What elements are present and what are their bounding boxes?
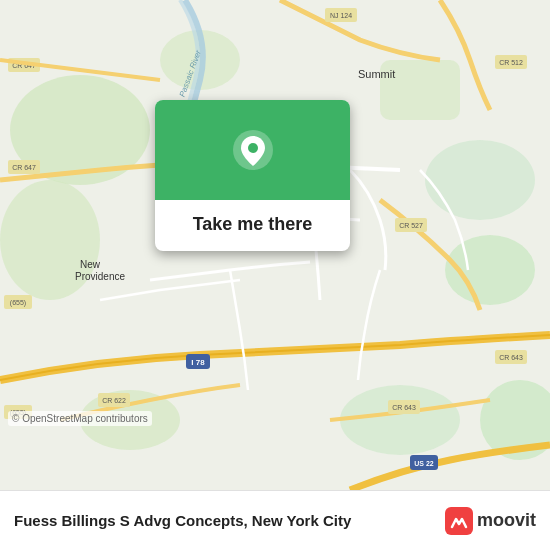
map-container: Passaic River I 78 US 22 CR 512 CR 527 C… (0, 0, 550, 490)
svg-text:(655): (655) (10, 299, 26, 307)
svg-text:CR 527: CR 527 (399, 222, 423, 229)
map-copyright: © OpenStreetMap contributors (8, 411, 152, 426)
svg-text:CR 622: CR 622 (102, 397, 126, 404)
svg-text:New: New (80, 259, 101, 270)
popup-button-area: Take me there (155, 200, 350, 251)
svg-point-2 (0, 180, 100, 300)
location-pin-icon (231, 128, 275, 172)
svg-text:CR 512: CR 512 (499, 59, 523, 66)
svg-text:NJ 124: NJ 124 (330, 12, 352, 19)
bottom-bar: Fuess Billings S Advg Concepts, New York… (0, 490, 550, 550)
svg-text:CR 643: CR 643 (499, 354, 523, 361)
moovit-icon (445, 507, 473, 535)
svg-rect-40 (445, 507, 473, 535)
svg-point-39 (248, 143, 258, 153)
svg-text:CR 647: CR 647 (12, 164, 36, 171)
svg-point-3 (425, 140, 535, 220)
take-me-there-button[interactable]: Take me there (169, 210, 336, 239)
location-popup: Take me there (155, 100, 350, 251)
svg-text:Providence: Providence (75, 271, 125, 282)
moovit-text-label: moovit (477, 510, 536, 531)
svg-text:I 78: I 78 (191, 358, 205, 367)
svg-text:Summit: Summit (358, 68, 395, 80)
moovit-logo: moovit (445, 507, 536, 535)
svg-point-8 (340, 385, 460, 455)
location-name: Fuess Billings S Advg Concepts, New York… (14, 512, 445, 529)
svg-text:CR 643: CR 643 (392, 404, 416, 411)
popup-header (155, 100, 350, 200)
svg-text:US 22: US 22 (414, 460, 434, 467)
